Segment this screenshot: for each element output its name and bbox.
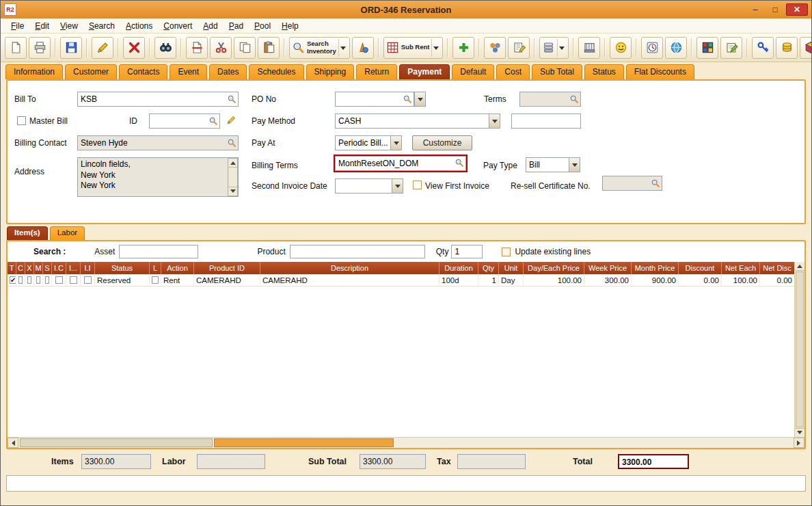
column-header-description[interactable]: Description <box>260 262 439 274</box>
toolbar-button-sub-rent[interactable]: Sub Rent <box>383 37 444 59</box>
toolbar-button-group-balls[interactable] <box>484 37 506 59</box>
menu-item-search[interactable]: Search <box>84 20 120 32</box>
tab-labor[interactable]: Labor <box>50 226 85 240</box>
qty-input[interactable] <box>451 245 483 258</box>
menu-item-convert[interactable]: Convert <box>159 20 197 32</box>
chevron-down-icon[interactable] <box>431 39 440 57</box>
toolbar-button-find[interactable] <box>154 37 176 59</box>
scroll-right-arrow[interactable] <box>794 438 804 448</box>
row-checkbox[interactable] <box>152 276 159 284</box>
row-checkbox[interactable] <box>84 276 92 284</box>
second-invoice-date-combo[interactable] <box>335 178 403 194</box>
address-scrollbar[interactable] <box>228 158 238 196</box>
pay-method-value[interactable] <box>335 114 489 129</box>
column-header-t[interactable]: T <box>8 262 16 274</box>
row-checkbox[interactable] <box>55 276 63 284</box>
toolbar-button-add[interactable] <box>452 37 474 59</box>
tab-event[interactable]: Event <box>170 64 207 79</box>
search-icon[interactable] <box>227 94 236 104</box>
toolbar-button-cubes[interactable] <box>696 37 718 59</box>
chevron-down-icon[interactable] <box>557 39 566 57</box>
column-header-c[interactable]: C <box>16 262 25 274</box>
menu-item-file[interactable]: File <box>6 20 29 32</box>
column-header-month-price[interactable]: Month Price <box>632 262 679 274</box>
menu-item-pool[interactable]: Pool <box>249 20 275 32</box>
po-no-dropdown[interactable] <box>414 92 427 107</box>
row-checkbox[interactable] <box>45 276 49 284</box>
toolbar-button-edit-note[interactable] <box>508 37 530 59</box>
toolbar-button-cut-row[interactable] <box>186 37 208 59</box>
search-icon[interactable] <box>227 138 236 148</box>
scroll-up-arrow[interactable] <box>228 159 237 168</box>
view-first-invoice-checkbox[interactable] <box>413 181 422 189</box>
column-header-duration[interactable]: Duration <box>439 262 478 274</box>
scroll-up-arrow[interactable] <box>795 262 804 271</box>
column-header-l[interactable]: L <box>150 262 161 274</box>
maximize-button[interactable]: □ <box>766 3 784 16</box>
toolbar-button-report[interactable] <box>578 37 600 59</box>
menu-item-add[interactable]: Add <box>198 20 222 32</box>
billing-terms-input[interactable] <box>335 156 466 171</box>
update-existing-lines-checkbox[interactable] <box>502 248 511 256</box>
row-checkbox[interactable]: ✔ <box>10 276 16 284</box>
toolbar-button-smiley[interactable] <box>610 37 632 59</box>
toolbar-button-paste[interactable] <box>258 37 280 59</box>
chevron-down-icon[interactable] <box>414 92 426 107</box>
tab-schedules[interactable]: Schedules <box>249 64 303 79</box>
scroll-left-arrow[interactable] <box>8 438 18 448</box>
toolbar-button-color-cube[interactable] <box>800 37 812 59</box>
scroll-down-arrow[interactable] <box>228 187 237 196</box>
menu-item-view[interactable]: View <box>55 20 83 32</box>
pay-method-extra-input[interactable] <box>511 114 581 129</box>
column-header-discount[interactable]: Discount <box>679 262 722 274</box>
toolbar-button-edit[interactable] <box>92 37 113 59</box>
tab-contacts[interactable]: Contacts <box>119 64 167 79</box>
table-row[interactable]: ✔ReservedRentCAMERAHDCAMERAHD100d1Day100… <box>8 274 794 287</box>
tab-default[interactable]: Default <box>452 64 494 79</box>
row-checkbox[interactable] <box>18 276 23 284</box>
chevron-down-icon[interactable] <box>338 39 347 57</box>
search-icon[interactable] <box>651 178 660 188</box>
tab-information[interactable]: Information <box>5 64 63 79</box>
tab-item-s[interactable]: Item(s) <box>7 226 48 240</box>
menu-item-edit[interactable]: Edit <box>30 20 54 32</box>
bill-to-input[interactable] <box>77 92 239 107</box>
menu-item-actions[interactable]: Actions <box>121 20 157 32</box>
column-header-product-id[interactable]: Product ID <box>194 262 260 274</box>
tab-payment[interactable]: Payment <box>399 64 450 79</box>
master-bill-checkbox[interactable] <box>17 116 26 125</box>
column-header-net-disc[interactable]: Net Disc <box>760 262 794 274</box>
search-icon[interactable] <box>208 116 218 126</box>
column-header-qty[interactable]: Qty <box>478 262 499 274</box>
toolbar-button-print[interactable] <box>29 37 51 59</box>
search-icon[interactable] <box>455 158 464 168</box>
toolbar-button-shapes[interactable] <box>352 37 374 59</box>
column-header-i-i[interactable]: I.I <box>81 262 95 274</box>
column-header-unit[interactable]: Unit <box>499 262 524 274</box>
column-header-day-each-price[interactable]: Day/Each Price <box>524 262 584 274</box>
column-header-i[interactable]: I... <box>66 262 81 274</box>
column-header-x[interactable]: X <box>25 262 34 274</box>
toolbar-button-save[interactable] <box>60 37 82 59</box>
customize-button[interactable]: Customize <box>412 135 472 150</box>
tab-return[interactable]: Return <box>356 64 397 79</box>
column-header-action[interactable]: Action <box>161 262 194 274</box>
tab-status[interactable]: Status <box>584 64 624 79</box>
asset-input[interactable] <box>119 245 198 258</box>
column-header-net-each[interactable]: Net Each <box>722 262 760 274</box>
chevron-down-icon[interactable] <box>390 135 402 150</box>
minimize-button[interactable]: – <box>746 3 764 16</box>
tab-sub-total[interactable]: Sub Total <box>532 64 582 79</box>
column-header-s[interactable]: S <box>43 262 52 274</box>
toolbar-button-pad-stack[interactable] <box>539 37 569 59</box>
column-header-m[interactable]: M <box>34 262 43 274</box>
product-input[interactable] <box>290 245 425 258</box>
toolbar-button-delete[interactable] <box>123 37 145 59</box>
pay-method-combo[interactable] <box>335 114 500 129</box>
vertical-scrollbar[interactable] <box>794 262 804 437</box>
toolbar-button-search-inventory[interactable]: SearchInventory <box>289 37 350 59</box>
row-checkbox[interactable] <box>27 276 31 284</box>
tab-flat-discounts[interactable]: Flat Discounts <box>626 64 694 79</box>
tab-cost[interactable]: Cost <box>496 64 530 79</box>
search-icon[interactable] <box>569 94 579 104</box>
